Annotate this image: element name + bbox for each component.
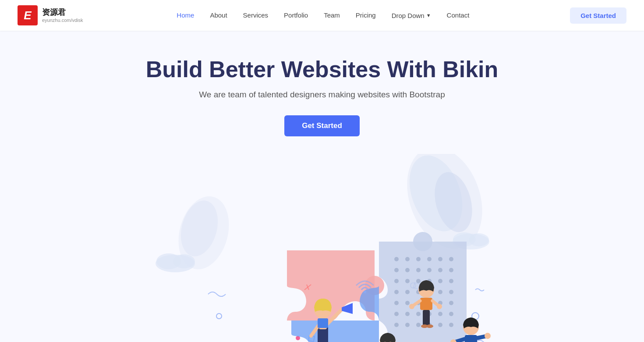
logo-title: 资源君	[42, 8, 83, 18]
hero-illustration	[147, 154, 497, 342]
hero-subtitle: We are team of talented designers making…	[9, 90, 635, 100]
svg-point-43	[394, 301, 399, 305]
svg-point-28	[427, 268, 432, 272]
nav-link-home[interactable]: Home	[170, 8, 200, 22]
nav-link-team[interactable]: Team	[318, 8, 346, 22]
svg-point-92	[485, 333, 491, 339]
nav-item-about[interactable]: About	[204, 11, 233, 19]
nav-link-dropdown[interactable]: Drop Down ▼	[386, 8, 437, 23]
svg-rect-78	[420, 298, 432, 310]
svg-point-42	[449, 290, 453, 294]
svg-point-32	[405, 279, 410, 283]
svg-point-25	[394, 268, 399, 272]
hero-title: Build Better Websites With Bikin	[9, 57, 635, 82]
svg-point-97	[364, 291, 366, 293]
svg-point-27	[416, 268, 421, 272]
svg-point-54	[449, 312, 453, 316]
svg-point-26	[405, 268, 410, 272]
nav-link-portfolio[interactable]: Portfolio	[278, 8, 314, 22]
svg-point-56	[405, 323, 410, 327]
svg-rect-84	[425, 310, 430, 325]
svg-point-21	[416, 257, 421, 261]
logo-link[interactable]: E 资源君 eyunzhu.com/vdisk	[18, 5, 83, 25]
svg-rect-71	[318, 318, 328, 328]
svg-point-12	[216, 314, 222, 319]
svg-point-51	[416, 312, 421, 316]
svg-point-33	[416, 279, 421, 283]
nav-link-pricing[interactable]: Pricing	[350, 8, 382, 22]
svg-point-86	[426, 324, 433, 328]
svg-point-55	[394, 323, 399, 327]
svg-point-10	[469, 233, 489, 246]
svg-point-50	[405, 312, 410, 316]
nav-link-contact[interactable]: Contact	[441, 8, 476, 22]
hero-cta-button[interactable]: Get Started	[284, 115, 360, 136]
nav-item-contact[interactable]: Contact	[441, 11, 476, 19]
nav-link-services[interactable]: Services	[237, 8, 275, 22]
navbar: E 资源君 eyunzhu.com/vdisk Home About Servi…	[0, 0, 644, 31]
svg-point-30	[449, 268, 453, 272]
svg-point-57	[416, 323, 421, 327]
svg-point-22	[427, 257, 432, 261]
hero-section: Build Better Websites With Bikin We are …	[0, 31, 644, 342]
svg-point-20	[405, 257, 410, 261]
nav-item-pricing[interactable]: Pricing	[350, 11, 382, 19]
logo-text: 资源君 eyunzhu.com/vdisk	[42, 8, 83, 23]
svg-point-81	[409, 304, 414, 309]
nav-item-portfolio[interactable]: Portfolio	[278, 11, 314, 19]
svg-point-61	[413, 232, 432, 251]
chevron-down-icon: ▼	[426, 13, 431, 18]
svg-point-24	[449, 257, 453, 261]
nav-cta-button[interactable]: Get Started	[570, 7, 626, 24]
svg-point-49	[394, 312, 399, 316]
svg-point-60	[449, 323, 453, 327]
svg-point-59	[438, 323, 442, 327]
nav-links: Home About Services Portfolio Team Prici…	[170, 8, 475, 23]
svg-point-48	[449, 301, 453, 305]
nav-link-about[interactable]: About	[204, 8, 233, 22]
svg-point-38	[405, 290, 410, 294]
logo-icon: E	[18, 5, 38, 25]
svg-point-35	[438, 279, 442, 283]
svg-point-19	[394, 257, 399, 261]
svg-point-53	[438, 312, 442, 316]
svg-point-41	[438, 290, 442, 294]
nav-item-team[interactable]: Team	[318, 11, 346, 19]
nav-item-dropdown[interactable]: Drop Down ▼	[386, 8, 437, 23]
svg-point-36	[449, 279, 453, 283]
illustration-svg	[147, 154, 497, 342]
svg-point-23	[438, 257, 442, 261]
svg-point-82	[437, 304, 442, 309]
svg-point-7	[173, 254, 195, 268]
nav-item-services[interactable]: Services	[237, 11, 275, 19]
logo-subtitle: eyunzhu.com/vdisk	[42, 18, 83, 23]
svg-point-31	[394, 279, 399, 283]
nav-item-home[interactable]: Home	[170, 11, 200, 19]
svg-point-44	[405, 301, 410, 305]
svg-point-29	[438, 268, 442, 272]
svg-point-37	[394, 290, 399, 294]
